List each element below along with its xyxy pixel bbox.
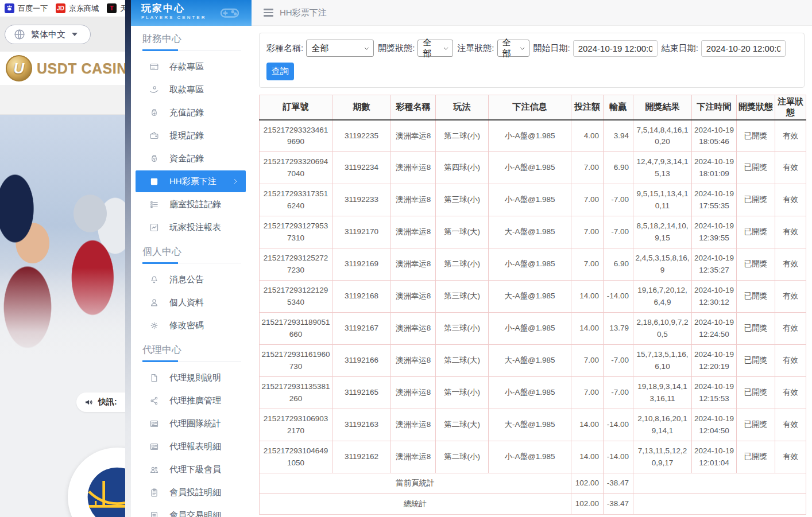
filter-panel: 彩種名稱: 全部 開獎狀態: 全部 注單狀態: 全部 (259, 33, 805, 88)
cell-win-loss: -14.00 (604, 281, 633, 313)
sidebar-item-profile[interactable]: 個人資料 (131, 291, 252, 314)
sidebar-item-agent-report-detail[interactable]: 代理報表明細 (131, 435, 252, 458)
chevron-down-icon (72, 33, 78, 36)
sidebar-item-agent-rules[interactable]: 代理規則說明 (131, 366, 252, 389)
cell-play-type: 第四球(小) (436, 152, 489, 184)
cell-order-no: 2152172931135381260 (260, 377, 332, 409)
sidebar-item-player-bet-report[interactable]: 玩家投注報表 (131, 216, 252, 239)
bookmark-tmall[interactable]: T天猫 (107, 3, 125, 14)
column-header: 下注時間 (692, 95, 737, 120)
cell-order-status: 有效 (775, 184, 806, 216)
chevron-down-icon (364, 45, 370, 52)
table-row: 215217293116196073031192166澳洲幸运8第二球(大)大-… (260, 345, 806, 377)
sidebar-menu: 消息公告個人資料修改密碼 (131, 264, 252, 337)
cell-bet-amount: 14.00 (571, 409, 604, 441)
sidebar-item-agent-team-stats[interactable]: 代理團隊統計 (131, 412, 252, 435)
cell-bet-time: 2024-10-19 18:05:46 (692, 120, 737, 152)
start-date-input[interactable] (573, 40, 658, 57)
cell-draw-status: 已開獎 (737, 281, 775, 313)
sidebar-item-label: 代理規則說明 (169, 372, 221, 383)
cell-play-type: 第一球(大) (436, 216, 489, 248)
cell-bet-amount: 7.00 (571, 248, 604, 281)
wallet-icon (149, 131, 159, 141)
sidebar-item-agent-promotion[interactable]: 代理推廣管理 (131, 389, 252, 412)
page-summary-bet: 102.00 (571, 473, 604, 494)
sidebar-item-funds-records[interactable]: 資金記錄 (131, 147, 252, 170)
news-ticker[interactable]: 快訊: (76, 392, 125, 412)
cell-period: 31192162 (332, 441, 391, 473)
cell-bet-time: 2024-10-19 12:20:19 (692, 345, 737, 377)
cell-draw-status: 已開獎 (737, 120, 775, 152)
chart-report-icon (149, 223, 159, 232)
cell-win-loss: 6.90 (604, 248, 633, 281)
sidebar-item-hh-lottery-bets[interactable]: HH彩票下注 (136, 170, 246, 192)
bookmark-jd[interactable]: JD京东商城 (56, 3, 99, 14)
sidebar-item-label: 廳室投註記錄 (169, 199, 221, 210)
cell-lottery-name: 澳洲幸运8 (391, 377, 436, 409)
cell-lottery-name: 澳洲幸运8 (391, 313, 436, 345)
cell-order-status: 有效 (775, 377, 806, 409)
bookmark-baidu[interactable]: 百度一下 (5, 3, 48, 14)
table-row: 215217293125272723031192169澳洲幸运8第二球(小)小-… (260, 248, 806, 281)
cell-lottery-name: 澳洲幸运8 (391, 441, 436, 473)
cell-draw-result: 9,5,15,1,13,4,10,11 (633, 184, 692, 216)
cell-draw-result: 2,4,5,3,15,8,16,9 (633, 248, 692, 281)
cell-bet-amount: 14.00 (571, 281, 604, 313)
sidebar-item-recharge-records[interactable]: 充值記錄 (131, 101, 252, 124)
sidebar-item-member-bet-detail[interactable]: 會員投註明細 (131, 481, 252, 504)
cell-order-status: 有效 (775, 216, 806, 248)
cell-draw-result: 2,10,8,16,20,19,14,1 (633, 409, 692, 441)
coin-bag-icon (149, 154, 159, 164)
cell-win-loss: 3.94 (604, 120, 633, 152)
table-row: 215217293122129534031192168澳洲幸运8第三球(大)大-… (260, 281, 806, 313)
cell-order-status: 有效 (775, 248, 806, 281)
cell-bet-info: 小-A盤@1.985 (489, 120, 571, 152)
cell-bet-info: 小-A盤@1.985 (489, 152, 571, 184)
sidebar-item-member-transaction-detail[interactable]: 會員交易明細 (131, 504, 252, 517)
cell-bet-info: 大-A盤@1.985 (489, 216, 571, 248)
language-label: 繁体中文 (31, 29, 65, 40)
sidebar-item-room-bet-records[interactable]: 廳室投註記錄 (131, 193, 252, 216)
search-button[interactable]: 查詢 (266, 63, 294, 80)
main-panel: HH彩票下注 彩種名稱: 全部 開獎狀態: 全部 (252, 0, 812, 517)
sidebar-item-withdrawal-records[interactable]: 提現記錄 (131, 124, 252, 147)
news-icon (149, 419, 159, 429)
cell-draw-status: 已開獎 (737, 184, 775, 216)
book-icon (149, 177, 159, 186)
menu-toggle-icon[interactable] (264, 9, 273, 17)
language-selector[interactable]: 繁体中文 (5, 25, 91, 44)
hand-coin-icon (149, 85, 159, 95)
cell-bet-info: 小-A盤@1.985 (489, 313, 571, 345)
sidebar-item-agent-downline-members[interactable]: 代理下級會員 (131, 458, 252, 481)
order-status-select[interactable]: 全部 (497, 40, 529, 57)
end-date-input[interactable] (701, 40, 786, 57)
column-header: 投注額 (571, 95, 604, 120)
cell-bet-amount: 7.00 (571, 216, 604, 248)
column-header: 開獎狀態 (737, 95, 775, 120)
cell-bet-amount: 14.00 (571, 441, 604, 473)
bookmarks-bar: 百度一下JD京东商城T天猫 (0, 0, 125, 17)
bookmark-label: 天猫 (120, 3, 125, 14)
hero-football-image (0, 115, 125, 361)
sidebar-item-announcements[interactable]: 消息公告 (131, 268, 252, 291)
chevron-right-icon (232, 178, 239, 185)
bets-table: 訂單號期數彩種名稱玩法下注信息投注額輸贏開獎結果下注時間開獎狀態注單狀態 215… (259, 95, 806, 515)
column-header: 注單狀態 (775, 95, 806, 120)
cell-draw-result: 12,4,7,9,3,14,15,13 (633, 152, 692, 184)
lottery-select[interactable]: 全部 (306, 40, 374, 57)
cell-order-status: 有效 (775, 281, 806, 313)
draw-status-value: 全部 (423, 37, 439, 59)
sidebar-item-label: 取款專區 (169, 84, 204, 95)
table-row: 215217293320694704031192234澳洲幸运8第四球(小)小-… (260, 152, 806, 184)
draw-status-label: 開獎狀態: (378, 43, 415, 54)
player-center-sidebar: 玩家中心 PLAYERS CENTER 財務中心存款專區取款專區充值記錄提現記錄… (131, 0, 252, 517)
sidebar-item-change-password[interactable]: 修改密碼 (131, 314, 252, 337)
sidebar-item-deposit-area[interactable]: 存款專區 (131, 55, 252, 78)
sidebar-item-withdraw-area[interactable]: 取款專區 (131, 78, 252, 101)
cell-bet-time: 2024-10-19 12:39:55 (692, 216, 737, 248)
cell-period: 31192165 (332, 377, 391, 409)
draw-status-select[interactable]: 全部 (417, 40, 453, 57)
bookmark-label: 百度一下 (18, 3, 48, 14)
cell-draw-result: 19,16,7,20,12,6,4,9 (633, 281, 692, 313)
cell-order-no: 2152172931221295340 (260, 281, 332, 313)
